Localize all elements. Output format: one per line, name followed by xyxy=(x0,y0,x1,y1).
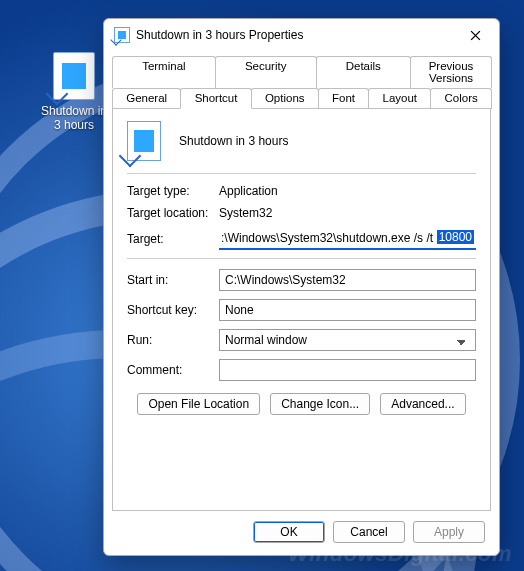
tab-previous-versions[interactable]: Previous Versions xyxy=(410,56,492,88)
tab-general[interactable]: General xyxy=(112,88,181,109)
change-icon-button[interactable]: Change Icon... xyxy=(270,393,370,415)
label-comment: Comment: xyxy=(127,363,219,377)
tab-layout[interactable]: Layout xyxy=(368,88,431,109)
target-field-wrap: 10800 xyxy=(219,228,476,250)
value-target-location: System32 xyxy=(219,206,476,220)
tab-security[interactable]: Security xyxy=(215,56,317,88)
close-icon xyxy=(470,30,481,41)
desktop-shortcut-label: Shutdown in 3 hours xyxy=(36,104,112,132)
titlebar[interactable]: Shutdown in 3 hours Properties xyxy=(104,19,499,49)
label-target: Target: xyxy=(127,232,219,246)
divider xyxy=(127,173,476,174)
open-file-location-button[interactable]: Open File Location xyxy=(137,393,260,415)
dialog-footer: OK Cancel Apply xyxy=(104,511,499,555)
label-target-location: Target location: xyxy=(127,206,219,220)
tab-strip: Terminal Security Details Previous Versi… xyxy=(104,49,499,109)
shortcut-key-field[interactable] xyxy=(219,299,476,321)
tab-details[interactable]: Details xyxy=(316,56,411,88)
properties-dialog: Shutdown in 3 hours Properties Terminal … xyxy=(103,18,500,556)
comment-field[interactable] xyxy=(219,359,476,381)
label-run: Run: xyxy=(127,333,219,347)
tab-colors[interactable]: Colors xyxy=(430,88,492,109)
label-target-type: Target type: xyxy=(127,184,219,198)
start-in-field[interactable] xyxy=(219,269,476,291)
dialog-title: Shutdown in 3 hours Properties xyxy=(136,28,303,42)
divider xyxy=(127,258,476,259)
tab-panel-shortcut: Shutdown in 3 hours Target type: Applica… xyxy=(112,108,491,511)
titlebar-icon xyxy=(114,27,130,43)
header-shortcut-icon xyxy=(127,121,161,161)
desktop-shortcut[interactable]: Shutdown in 3 hours xyxy=(36,52,112,132)
tab-options[interactable]: Options xyxy=(251,88,319,109)
ok-button[interactable]: OK xyxy=(253,521,325,543)
tab-shortcut[interactable]: Shortcut xyxy=(180,88,251,109)
close-button[interactable] xyxy=(461,25,489,45)
run-select[interactable]: Normal window xyxy=(219,329,476,351)
shortcut-icon xyxy=(53,52,95,100)
tab-terminal[interactable]: Terminal xyxy=(112,56,216,88)
target-field[interactable] xyxy=(219,228,476,250)
label-start-in: Start in: xyxy=(127,273,219,287)
advanced-button[interactable]: Advanced... xyxy=(380,393,465,415)
cancel-button[interactable]: Cancel xyxy=(333,521,405,543)
tab-font[interactable]: Font xyxy=(318,88,369,109)
shortcut-name: Shutdown in 3 hours xyxy=(179,134,288,148)
value-target-type: Application xyxy=(219,184,476,198)
apply-button[interactable]: Apply xyxy=(413,521,485,543)
label-shortcut-key: Shortcut key: xyxy=(127,303,219,317)
